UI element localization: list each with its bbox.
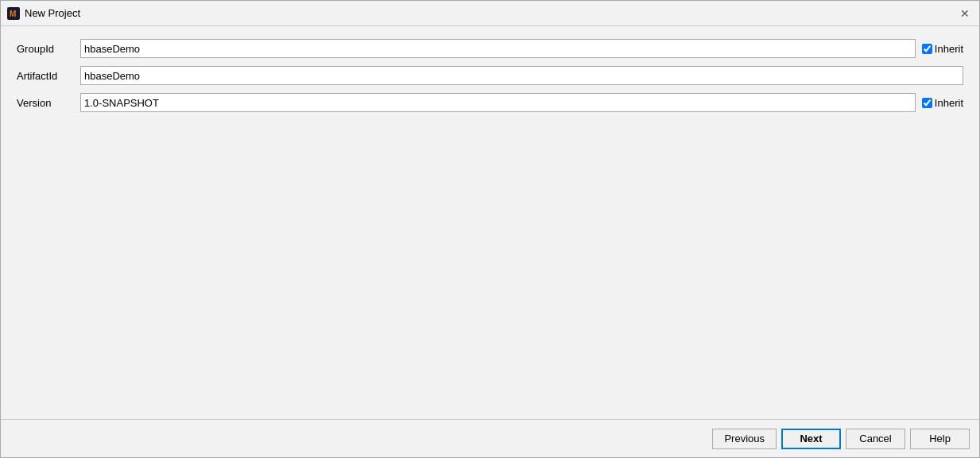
svg-text:M: M xyxy=(10,10,16,18)
version-inherit: Inherit xyxy=(922,97,963,109)
group-id-inherit: Inherit xyxy=(922,43,963,55)
group-id-label: GroupId xyxy=(17,43,80,55)
previous-button[interactable]: Previous xyxy=(712,429,777,449)
title-bar-left: M New Project xyxy=(7,7,80,20)
help-button[interactable]: Help xyxy=(910,429,970,449)
inherit-group-label[interactable]: Inherit xyxy=(935,43,963,55)
next-button[interactable]: Next xyxy=(781,429,841,449)
inherit-group-checkbox[interactable] xyxy=(922,44,932,54)
close-button[interactable]: ✕ xyxy=(957,6,973,21)
inherit-version-checkbox[interactable] xyxy=(922,98,932,108)
group-id-input[interactable] xyxy=(80,39,916,58)
dialog-footer: Previous Next Cancel Help xyxy=(1,419,979,457)
title-bar: M New Project ✕ xyxy=(1,1,979,26)
artifact-id-label: ArtifactId xyxy=(17,70,80,82)
cancel-button[interactable]: Cancel xyxy=(846,429,905,449)
dialog-content: GroupId Inherit ArtifactId Version Inher… xyxy=(1,26,979,419)
version-input[interactable] xyxy=(80,93,916,112)
dialog-title: New Project xyxy=(25,7,80,19)
group-id-row: GroupId Inherit xyxy=(17,39,963,58)
project-icon: M xyxy=(7,7,20,20)
new-project-dialog: M New Project ✕ GroupId Inherit Artifact… xyxy=(0,0,980,458)
inherit-version-label[interactable]: Inherit xyxy=(935,97,963,109)
version-row: Version Inherit xyxy=(17,93,963,112)
artifact-id-input[interactable] xyxy=(80,66,963,85)
version-label: Version xyxy=(17,97,80,109)
artifact-id-row: ArtifactId xyxy=(17,66,963,85)
